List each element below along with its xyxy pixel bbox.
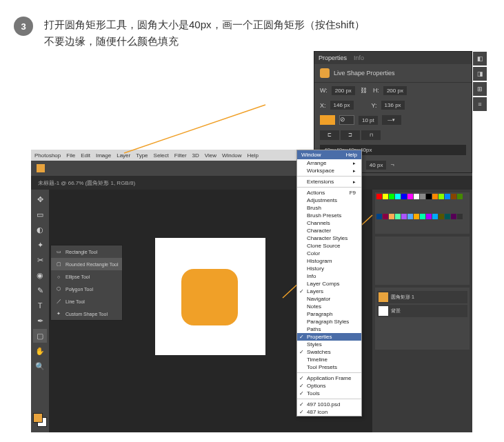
swatch-item[interactable] [445, 194, 450, 199]
layer-row[interactable]: 背景 [377, 305, 467, 317]
swatch-item[interactable] [426, 214, 432, 219]
panel-icon[interactable]: ◧ [473, 52, 487, 66]
menu-select[interactable]: Select [154, 152, 169, 159]
swatch-item[interactable] [376, 194, 382, 199]
menu-item-487-icon[interactable]: 487 icon [297, 408, 361, 416]
rounded-rectangle-shape[interactable] [181, 269, 238, 325]
menu-window[interactable]: Window [222, 152, 241, 159]
swatch-item[interactable] [395, 214, 401, 219]
type-tool-icon[interactable]: T [33, 299, 47, 312]
menu-item-tools[interactable]: Tools [297, 390, 361, 397]
x-field[interactable]: 146 px [330, 101, 354, 110]
menu-item-swatches[interactable]: Swatches [297, 348, 361, 356]
panel-icon[interactable]: ≡ [473, 97, 487, 111]
stroke-style-dropdown[interactable]: —▾ [382, 115, 401, 125]
menu-item-styles[interactable]: Styles [297, 341, 361, 348]
custom-shape-tool-item[interactable]: ✦Custom Shape Tool [51, 308, 122, 320]
layer-row[interactable]: 圆角矩形 1 [377, 291, 467, 303]
swatch-item[interactable] [457, 214, 463, 219]
menu-item-brush[interactable]: Brush [297, 204, 361, 212]
swatch-item[interactable] [451, 194, 456, 199]
menu-item-layer-comps[interactable]: Layer Comps [297, 280, 361, 288]
menu-item-actions[interactable]: ActionsF9 [297, 189, 361, 197]
menu-edit[interactable]: Edit [81, 152, 90, 159]
menu-item-color[interactable]: Color [297, 250, 361, 257]
rounded-rectangle-tool-item[interactable]: ▢Rounded Rectangle Tool [51, 258, 122, 270]
menu-item-info[interactable]: Info [297, 272, 361, 280]
pen-tool-icon[interactable]: ✒ [33, 314, 47, 328]
menu-item-character[interactable]: Character [297, 227, 361, 234]
swatch-item[interactable] [383, 194, 388, 199]
width-field[interactable]: 200 px [332, 86, 355, 95]
menu-item-notes[interactable]: Notes [297, 303, 361, 310]
menu-item-brush-presets[interactable]: Brush Presets [297, 212, 361, 219]
menu-item-properties[interactable]: Properties [297, 333, 361, 341]
swatch-item[interactable] [383, 214, 388, 219]
menu-item-paths[interactable]: Paths [297, 325, 361, 333]
menu-help[interactable]: Help [247, 152, 258, 159]
info-tab[interactable]: Info [354, 54, 364, 61]
line-tool-item[interactable]: ／Line Tool [51, 295, 122, 308]
menu-item-497-1010.psd[interactable]: 497 1010.psd [297, 401, 361, 408]
menu-type[interactable]: Type [136, 152, 148, 159]
swatch-item[interactable] [389, 214, 394, 219]
swatch-item[interactable] [420, 194, 425, 199]
swatch-item[interactable] [439, 194, 444, 199]
height-field[interactable]: 200 px [383, 86, 407, 95]
swatch-item[interactable] [401, 214, 407, 219]
document-tab[interactable]: 未标题-1 @ 66.7% (圆角矩形 1, RGB/8) [38, 179, 135, 187]
panel-icon[interactable]: ⊞ [473, 82, 487, 96]
lasso-tool-icon[interactable]: ◐ [33, 223, 47, 237]
swatch-item[interactable] [414, 194, 419, 199]
menu-photoshop[interactable]: Photoshop [34, 152, 61, 159]
swatch-item[interactable] [432, 214, 438, 219]
y-field[interactable]: 136 px [381, 101, 405, 110]
menu-item-arrange[interactable]: Arrange [297, 159, 361, 167]
swatch-item[interactable] [445, 214, 450, 219]
swatch-item[interactable] [376, 214, 382, 219]
zoom-tool-icon[interactable]: 🔍 [33, 359, 47, 373]
menu-item-character-styles[interactable]: Character Styles [297, 234, 361, 242]
menu-3d[interactable]: 3D [192, 152, 199, 159]
polygon-tool-item[interactable]: ⬡Polygon Tool [51, 283, 122, 295]
menu-item-tool-presets[interactable]: Tool Presets [297, 363, 361, 371]
menu-layer[interactable]: Layer [117, 152, 130, 159]
fill-color-swatch[interactable] [37, 164, 45, 172]
menu-file[interactable]: File [66, 152, 75, 159]
menu-item-extensions[interactable]: Extensions [297, 178, 361, 185]
swatch-item[interactable] [426, 194, 432, 199]
swatch-item[interactable] [420, 214, 425, 219]
fill-swatch[interactable] [320, 115, 335, 125]
marquee-tool-icon[interactable]: ▭ [33, 208, 47, 221]
menu-item-channels[interactable]: Channels [297, 219, 361, 227]
swatch-item[interactable] [439, 214, 444, 219]
wand-tool-icon[interactable]: ✦ [33, 238, 47, 252]
brush-tool-icon[interactable]: ✎ [33, 283, 47, 297]
menu-item-adjustments[interactable]: Adjustments [297, 197, 361, 204]
swatch-item[interactable] [395, 194, 401, 199]
ellipse-tool-item[interactable]: ○Ellipse Tool [51, 270, 122, 283]
move-tool-icon[interactable]: ✥ [33, 192, 47, 206]
menu-image[interactable]: Image [96, 152, 111, 159]
swatch-item[interactable] [407, 214, 413, 219]
swatch-item[interactable] [401, 194, 407, 199]
menu-item-workspace[interactable]: Workspace [297, 167, 361, 174]
swatch-item[interactable] [414, 214, 419, 219]
menu-item-history[interactable]: History [297, 265, 361, 272]
eyedropper-tool-icon[interactable]: ◉ [33, 268, 47, 282]
stroke-corner-button[interactable]: ⊓ [361, 130, 381, 140]
menu-item-clone-source[interactable]: Clone Source [297, 242, 361, 250]
stroke-align-button[interactable]: ⊏ [320, 130, 339, 140]
menu-item-histogram[interactable]: Histogram [297, 257, 361, 265]
swatch-item[interactable] [407, 194, 413, 199]
foreground-color[interactable] [33, 413, 43, 423]
shape-tool-icon[interactable]: ▢ [33, 329, 47, 343]
swatch-item[interactable] [451, 214, 456, 219]
corner-tr-field[interactable]: 40 px [366, 161, 387, 170]
panel-icon[interactable]: ◨ [473, 67, 487, 81]
menu-item-options[interactable]: Options [297, 382, 361, 390]
stroke-swatch[interactable]: ⊘ [339, 115, 354, 125]
menu-item-paragraph-styles[interactable]: Paragraph Styles [297, 318, 361, 325]
stroke-cap-button[interactable]: ⊐ [341, 130, 360, 140]
canvas[interactable] [155, 238, 265, 355]
